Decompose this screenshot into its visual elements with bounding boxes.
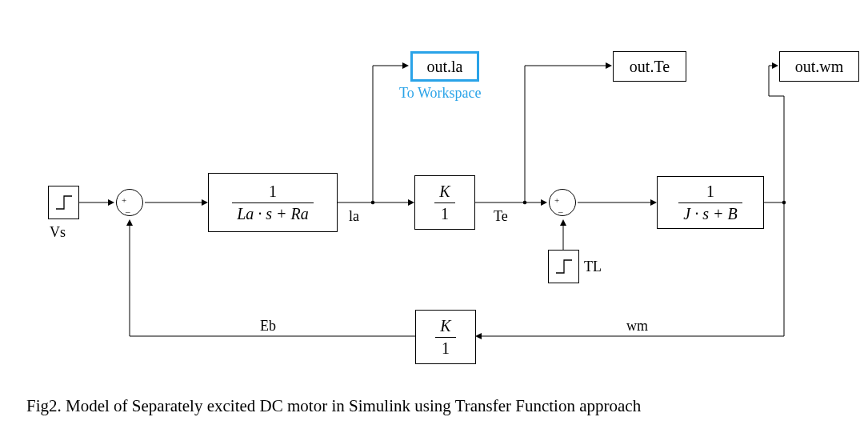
gain-k2-den: 1 xyxy=(437,339,454,358)
tf-elec-num: 1 xyxy=(264,182,282,201)
sum2-minus: _ xyxy=(558,204,563,213)
step-icon xyxy=(54,192,74,213)
svg-point-3 xyxy=(371,201,375,205)
transfer-fcn-mechanical[interactable]: 1 J · s + B xyxy=(657,176,764,229)
to-workspace-wm[interactable]: out.wm xyxy=(779,51,859,82)
step-vs-label: Vs xyxy=(50,224,66,241)
gain-k-feedback[interactable]: K 1 xyxy=(415,310,476,364)
gain-k2-num: K xyxy=(435,317,455,335)
sum-block-2[interactable]: + _ xyxy=(549,189,576,216)
to-workspace-la[interactable]: out.la xyxy=(410,51,479,82)
transfer-fcn-electrical[interactable]: 1 La · s + Ra xyxy=(208,173,338,232)
signal-wm-label: wm xyxy=(626,318,648,335)
step-tl-label: TL xyxy=(584,259,602,275)
svg-point-11 xyxy=(782,201,786,205)
sum-block-1[interactable]: + _ xyxy=(116,189,143,216)
to-workspace-te[interactable]: out.Te xyxy=(613,51,686,82)
gain-k-forward[interactable]: K 1 xyxy=(414,175,475,230)
out-la-text: out.la xyxy=(427,58,463,76)
figure-caption: Fig2. Model of Separately excited DC mot… xyxy=(26,396,641,416)
signal-la-label: la xyxy=(349,208,359,225)
gain-k1-num: K xyxy=(434,182,454,201)
step-icon xyxy=(554,256,574,277)
signal-te-label: Te xyxy=(494,208,508,225)
signal-eb-label: Eb xyxy=(260,318,276,335)
tf-mech-num: 1 xyxy=(702,182,719,201)
step-block-vs[interactable] xyxy=(48,186,79,219)
out-la-sublabel: To Workspace xyxy=(399,85,481,102)
out-wm-text: out.wm xyxy=(795,58,844,76)
svg-point-6 xyxy=(523,201,527,205)
sum1-minus: _ xyxy=(126,204,130,213)
tf-elec-den: La · s + Ra xyxy=(232,205,314,223)
step-block-tl[interactable] xyxy=(548,250,579,283)
tf-mech-den: J · s + B xyxy=(678,205,742,223)
gain-k1-den: 1 xyxy=(436,205,454,223)
out-te-text: out.Te xyxy=(630,58,670,76)
simulink-diagram: Vs + _ 1 La · s + Ra la out.la To Worksp… xyxy=(0,0,868,429)
